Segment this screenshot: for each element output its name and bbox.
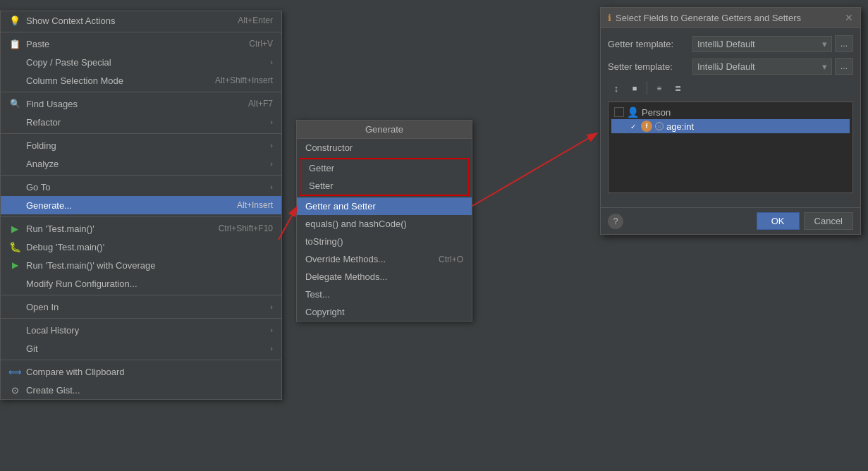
context-menu: 💡 Show Context Actions Alt+Enter 📋 Paste… — [0, 11, 282, 400]
dialog-title: Select Fields to Generate Getters and Se… — [616, 13, 845, 23]
access-icon: ○ — [655, 122, 664, 130]
compare-icon: ⟺ — [8, 367, 22, 377]
menu-item-run-coverage[interactable]: ▶ Run 'Test.main()' with Coverage — [1, 256, 281, 274]
gen-item-tostring[interactable]: toString() — [297, 233, 472, 250]
gen-item-label: Getter — [309, 163, 334, 173]
menu-item-label: Compare with Clipboard — [26, 367, 273, 377]
github-icon: ⊙ — [8, 385, 22, 396]
menu-item-folding[interactable]: Folding › — [1, 136, 281, 154]
sort-button[interactable]: ↕ — [608, 80, 625, 96]
cancel-button[interactable]: Cancel — [804, 212, 853, 230]
find-icon: 🔍 — [8, 99, 22, 109]
menu-item-shortcut: Ctrl+Shift+F10 — [219, 224, 273, 233]
menu-item-label: Go To — [26, 182, 270, 192]
dialog-footer: ? OK Cancel — [601, 207, 860, 234]
gen-item-label: Setter — [309, 181, 334, 191]
menu-item-generate[interactable]: Generate... Alt+Insert — [1, 196, 281, 214]
menu-item-shortcut: Alt+Shift+Insert — [215, 75, 273, 85]
menu-item-analyze[interactable]: Analyze › — [1, 154, 281, 173]
gen-item-getter[interactable]: Getter — [300, 159, 468, 177]
separator — [1, 318, 281, 319]
menu-item-label: Run 'Test.main()' — [26, 224, 219, 234]
menu-item-show-context-actions[interactable]: 💡 Show Context Actions Alt+Enter — [1, 11, 281, 30]
setter-template-dotdot-button[interactable]: ... — [835, 58, 853, 75]
menu-item-label: Debug 'Test.main()' — [26, 242, 273, 252]
gen-item-label: equals() and hashCode() — [305, 219, 407, 229]
expand-button[interactable]: ≡ — [651, 80, 668, 96]
gen-item-label: toString() — [305, 236, 343, 247]
gen-item-copyright[interactable]: Copyright — [297, 303, 472, 321]
menu-item-label: Run 'Test.main()' with Coverage — [26, 260, 273, 271]
menu-item-local-history[interactable]: Local History › — [1, 321, 281, 339]
toolbar-separator — [647, 81, 647, 95]
gen-item-label: Delegate Methods... — [305, 271, 387, 282]
menu-item-debug-test[interactable]: 🐛 Debug 'Test.main()' — [1, 238, 281, 256]
submenu-arrow: › — [270, 302, 273, 311]
debug-icon: 🐛 — [8, 241, 22, 252]
menu-item-label: Paste — [26, 39, 249, 49]
generate-submenu: Generate Constructor Getter Setter Gette… — [296, 120, 472, 322]
menu-item-find-usages[interactable]: 🔍 Find Usages Alt+F7 — [1, 94, 281, 113]
tree-child-label: age:int — [666, 121, 694, 132]
gen-item-label: Getter and Setter — [305, 201, 376, 212]
tree-parent-label: Person — [642, 107, 671, 118]
getter-template-select[interactable]: IntelliJ Default ▾ — [692, 36, 832, 52]
menu-item-create-gist[interactable]: ⊙ Create Gist... — [1, 381, 281, 399]
svg-line-1 — [472, 134, 596, 206]
separator — [1, 360, 281, 360]
submenu-arrow: › — [270, 141, 273, 149]
setter-template-row: Setter template: IntelliJ Default ▾ ... — [608, 58, 853, 75]
menu-item-modify-run[interactable]: Modify Run Configuration... — [1, 274, 281, 293]
menu-item-open-in[interactable]: Open In › — [1, 298, 281, 316]
field-tree: 👤 Person ✓ f ○ age:int — [608, 102, 853, 193]
menu-item-label: Refactor — [26, 117, 270, 128]
setter-template-label: Setter template: — [608, 61, 692, 72]
menu-item-label: Local History — [26, 325, 270, 336]
dialog-close-button[interactable]: ✕ — [845, 12, 853, 23]
menu-item-label: Generate... — [26, 200, 237, 211]
person-icon: 👤 — [627, 106, 639, 118]
ok-button[interactable]: OK — [757, 212, 800, 230]
gen-item-delegate-methods[interactable]: Delegate Methods... — [297, 268, 472, 286]
separator — [1, 175, 281, 176]
menu-item-refactor[interactable]: Refactor › — [1, 113, 281, 131]
gen-item-override-methods[interactable]: Override Methods... Ctrl+O — [297, 250, 472, 268]
getter-template-value: IntelliJ Default — [697, 39, 755, 49]
gen-item-shortcut: Ctrl+O — [439, 255, 463, 264]
paste-icon: 📋 — [8, 39, 22, 49]
submenu-arrow: › — [270, 326, 273, 334]
dialog-title-icon: ℹ — [608, 13, 611, 23]
menu-item-git[interactable]: Git › — [1, 339, 281, 357]
dialog-titlebar: ℹ Select Fields to Generate Getters and … — [601, 8, 860, 28]
tree-child-age[interactable]: ✓ f ○ age:int — [611, 119, 850, 133]
menu-item-compare-clipboard[interactable]: ⟺ Compare with Clipboard — [1, 362, 281, 381]
menu-item-label: Analyze — [26, 159, 270, 169]
collapse-button[interactable]: ≣ — [669, 80, 686, 96]
gen-item-equals-hashcode[interactable]: equals() and hashCode() — [297, 215, 472, 233]
tree-checkbox[interactable] — [614, 107, 624, 117]
gen-item-setter[interactable]: Setter — [300, 177, 468, 195]
menu-item-column-selection[interactable]: Column Selection Mode Alt+Shift+Insert — [1, 71, 281, 90]
menu-item-shortcut: Ctrl+V — [249, 39, 273, 49]
menu-item-label: Open In — [26, 302, 270, 312]
menu-item-go-to[interactable]: Go To › — [1, 178, 281, 196]
separator — [1, 32, 281, 32]
menu-item-copy-paste-special[interactable]: Copy / Paste Special › — [1, 53, 281, 71]
menu-item-label: Git — [26, 343, 270, 354]
gen-item-getter-setter[interactable]: Getter and Setter — [297, 197, 472, 215]
separator — [1, 92, 281, 92]
sort-type-button[interactable]: ■ — [626, 80, 643, 96]
menu-item-label: Create Gist... — [26, 385, 273, 396]
menu-item-label: Show Context Actions — [26, 16, 238, 26]
tree-child-checkbox[interactable]: ✓ — [628, 121, 638, 131]
setter-template-select[interactable]: IntelliJ Default ▾ — [692, 59, 832, 75]
getters-setters-dialog: ℹ Select Fields to Generate Getters and … — [600, 7, 861, 235]
getter-template-dotdot-button[interactable]: ... — [835, 35, 853, 52]
submenu-arrow: › — [270, 344, 273, 353]
generate-menu-title: Generate — [297, 121, 472, 139]
gen-item-constructor[interactable]: Constructor — [297, 139, 472, 157]
gen-item-test[interactable]: Test... — [297, 286, 472, 303]
help-button[interactable]: ? — [608, 214, 623, 229]
menu-item-paste[interactable]: 📋 Paste Ctrl+V — [1, 35, 281, 53]
menu-item-run-test[interactable]: ▶ Run 'Test.main()' Ctrl+Shift+F10 — [1, 219, 281, 238]
